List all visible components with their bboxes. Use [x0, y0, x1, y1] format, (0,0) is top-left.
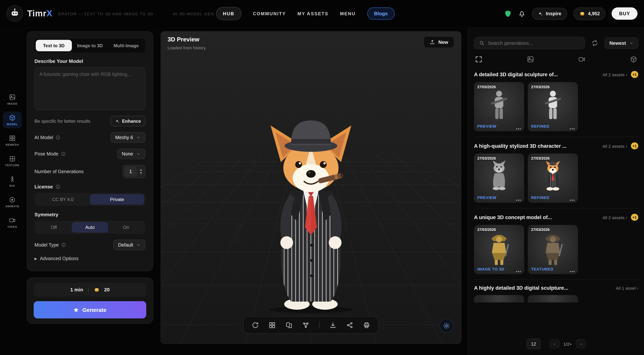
extra-assets-badge[interactable]: +1: [631, 71, 638, 78]
rail-item-rig[interactable]: RIG: [3, 173, 22, 190]
info-icon[interactable]: [56, 135, 60, 140]
video-filter-icon[interactable]: [578, 56, 586, 63]
caret-right-icon: ▶: [34, 257, 37, 261]
viewport-settings-button[interactable]: [440, 319, 454, 333]
asset-thumbnail-soldier-gray: [486, 89, 512, 123]
generator-column: Text to 3DImage to 3DMulti-Image Describ…: [27, 31, 153, 355]
nav-link-community[interactable]: COMMUNITY: [253, 11, 286, 16]
tab-image-to-3d[interactable]: Image to 3D: [72, 40, 108, 51]
generations-label: Number of Generations: [34, 169, 84, 174]
refresh-button[interactable]: [588, 37, 601, 49]
reset-view-icon[interactable]: [252, 322, 259, 329]
symmetry-option-off[interactable]: Off: [36, 222, 72, 233]
license-option-cc-by-4-0[interactable]: CC BY 4.0: [36, 194, 90, 205]
asset-card-partial[interactable]: [474, 295, 524, 302]
viewport-area: 3D Preview Loaded from history. New: [160, 31, 461, 344]
prev-page-button[interactable]: ‹: [550, 339, 560, 349]
expand-icon[interactable]: [475, 56, 482, 63]
group-assets-link[interactable]: All 1 asset ›: [616, 286, 638, 291]
share-icon[interactable]: [346, 322, 353, 329]
rail-item-video[interactable]: VIDEO: [3, 214, 22, 231]
prompt-input[interactable]: [34, 67, 146, 110]
symmetry-option-auto[interactable]: Auto: [72, 222, 108, 233]
next-page-button[interactable]: ›: [576, 339, 586, 349]
bell-icon[interactable]: [518, 9, 526, 17]
info-icon[interactable]: [61, 151, 66, 156]
nav-link-blogs[interactable]: Blogs: [367, 7, 395, 19]
image-filter-icon[interactable]: [527, 56, 534, 63]
asset-card[interactable]: 27/03/2026REFINED…: [528, 82, 578, 131]
download-icon[interactable]: [329, 322, 336, 329]
shield-icon[interactable]: [504, 9, 512, 17]
symmetry-option-on[interactable]: On: [108, 222, 144, 233]
group-title: A detailed 3D digital sculpture of...: [474, 71, 599, 77]
enhance-button[interactable]: Enhance: [110, 116, 146, 126]
search-input[interactable]: [488, 41, 580, 45]
asset-card[interactable]: 27/03/2026REFINED…: [528, 153, 578, 203]
group-assets-link[interactable]: All 2 assets ›: [602, 143, 627, 148]
stepper-down-icon[interactable]: [140, 172, 142, 174]
card-menu-button[interactable]: …: [516, 267, 521, 273]
card-menu-button[interactable]: …: [569, 195, 575, 202]
pose-mode-select[interactable]: None: [117, 148, 146, 159]
group-title: A unique 3D concept model of...: [474, 214, 599, 220]
group-assets-link[interactable]: All 2 assets ›: [602, 72, 627, 77]
brand-logo[interactable]: [6, 5, 23, 22]
rail-item-model[interactable]: MODEL: [3, 112, 22, 128]
card-menu-button[interactable]: …: [516, 195, 521, 202]
rail-item-texture[interactable]: TEXTURE: [3, 153, 22, 169]
card-menu-button[interactable]: …: [569, 267, 575, 273]
nav-link-my-assets[interactable]: MY ASSETS: [298, 11, 328, 16]
rail-item-remesh[interactable]: REMESH: [3, 132, 22, 149]
group-title: A high-quality stylized 3D character ...: [474, 143, 599, 149]
sparkle-icon: [115, 119, 120, 123]
group-assets-link[interactable]: All 2 assets ›: [602, 215, 627, 220]
asset-card[interactable]: 27/03/2026PREVIEW…: [474, 153, 524, 203]
asset-card[interactable]: 27/03/2026PREVIEW…: [474, 82, 524, 131]
model-type-value: Default: [118, 242, 133, 247]
tab-multi-image[interactable]: Multi-Image: [108, 40, 144, 51]
extra-assets-badge[interactable]: +1: [631, 214, 638, 221]
estimate-time: 1 min: [70, 287, 83, 293]
rail-item-label: ANIMATE: [5, 205, 19, 208]
search-box[interactable]: [474, 37, 585, 49]
inspire-button[interactable]: Inspire: [532, 7, 567, 19]
stepper-up-icon[interactable]: [140, 169, 142, 171]
generations-stepper[interactable]: 1: [123, 165, 146, 178]
grid-view-icon[interactable]: [269, 322, 276, 329]
asset-card[interactable]: 27/03/2026TEXTURED…: [528, 225, 578, 274]
model-type-select[interactable]: Default: [113, 240, 146, 250]
info-icon[interactable]: [61, 242, 66, 247]
per-page-select[interactable]: 12: [526, 339, 540, 349]
nav-link-hub[interactable]: HUB: [216, 7, 241, 20]
asset-card[interactable]: 27/03/2026IMAGE TO 3D…: [474, 225, 524, 274]
credits-button[interactable]: 4,952: [573, 7, 606, 20]
library-filters: [474, 56, 638, 63]
card-menu-button[interactable]: …: [516, 124, 521, 130]
info-icon[interactable]: [56, 184, 60, 189]
nav-link-menu[interactable]: MENU: [340, 11, 356, 16]
extra-assets-badge[interactable]: +1: [631, 142, 638, 149]
ai-model-select[interactable]: Meshy 6: [110, 132, 145, 143]
license-option-private[interactable]: Private: [90, 194, 144, 205]
rail-item-image[interactable]: IMAGE: [3, 91, 22, 108]
sort-select[interactable]: Newest: [604, 37, 638, 49]
nodes-icon[interactable]: [302, 322, 309, 329]
generations-value[interactable]: 1: [124, 167, 137, 176]
compare-icon[interactable]: [286, 322, 292, 329]
print-icon[interactable]: [363, 322, 370, 329]
asset-card-partial[interactable]: [528, 295, 578, 302]
card-menu-button[interactable]: …: [569, 124, 575, 130]
rail-item-animate[interactable]: ANIMATE: [3, 194, 22, 210]
cube-icon: [9, 114, 16, 121]
tab-text-to-3d[interactable]: Text to 3D: [36, 40, 72, 51]
model-filter-icon[interactable]: [630, 56, 637, 63]
advanced-options-toggle[interactable]: ▶Advanced Options: [34, 256, 146, 261]
buy-button[interactable]: BUY: [612, 7, 638, 19]
viewport-3d[interactable]: 3D Preview Loaded from history. New: [160, 31, 461, 344]
brand-name[interactable]: TimrX: [27, 9, 52, 18]
corgi-model-render[interactable]: [249, 114, 372, 314]
generate-button[interactable]: ★Generate: [34, 301, 146, 319]
generate-label: Generate: [82, 307, 106, 313]
new-button[interactable]: New: [424, 36, 454, 48]
